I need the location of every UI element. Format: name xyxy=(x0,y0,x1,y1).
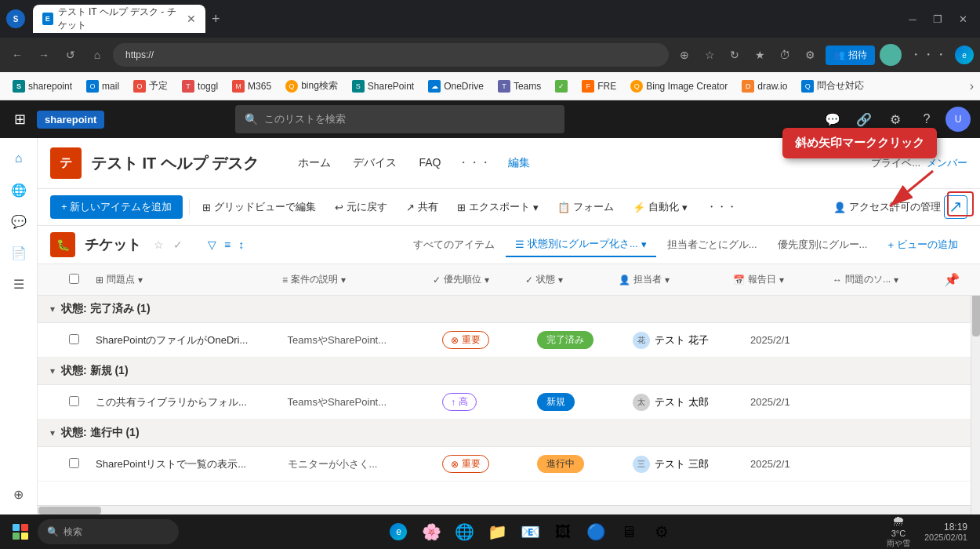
add-view-button[interactable]: + ビューの追加 xyxy=(878,233,967,256)
row-checkbox-3[interactable] xyxy=(69,458,79,468)
taskbar-app-8[interactable]: ⚙ xyxy=(648,518,676,546)
bookmark-teams[interactable]: T Teams xyxy=(492,77,547,96)
col-header-source[interactable]: ↔ 問題のソ... ▾ xyxy=(829,267,944,293)
nav-device[interactable]: デバイス xyxy=(342,150,408,176)
add-new-item-button[interactable]: + 新しいアイテムを追加 xyxy=(50,195,183,219)
nav-more-button[interactable]: ・・・ xyxy=(452,150,497,176)
bookmark-sharepoint2[interactable]: S SharePoint xyxy=(346,77,420,96)
refresh-button[interactable]: ↺ xyxy=(60,44,82,66)
col-header-title[interactable]: ⊞ 問題点 ▾ xyxy=(93,267,279,293)
cell-title-1[interactable]: SharePointのファイルがOneDri... xyxy=(93,327,285,354)
taskbar-app-edge[interactable]: e xyxy=(384,518,412,546)
col-header-assignee[interactable]: 👤 担当者 ▾ xyxy=(615,267,730,293)
list-info-icon[interactable]: ✓ xyxy=(173,238,183,251)
col-header-date[interactable]: 📅 報告日 ▾ xyxy=(730,267,830,293)
history-icon[interactable]: ⏱ xyxy=(774,44,796,66)
active-tab[interactable]: E テスト IT ヘルプ デスク - チケット ✕ xyxy=(33,5,205,33)
global-search[interactable]: 🔍 このリストを検索 xyxy=(235,105,564,133)
col-header-desc[interactable]: ≡ 案件の説明 ▾ xyxy=(279,267,430,293)
bookmark-bing[interactable]: Q bing検索 xyxy=(279,76,344,96)
taskbar-app-1[interactable]: 🌸 xyxy=(417,518,445,546)
forward-button[interactable]: → xyxy=(33,44,55,66)
bookmark-calendar[interactable]: O 予定 xyxy=(127,76,174,96)
grid-edit-button[interactable]: ⊞ グリッドビューで編集 xyxy=(196,197,322,217)
favorite-star-icon[interactable]: ☆ xyxy=(154,238,164,251)
more-options-button[interactable]: ・・・ xyxy=(906,47,950,64)
group-row-done[interactable]: ▾ 状態: 完了済み (1) xyxy=(38,296,980,323)
user-avatar[interactable]: U xyxy=(946,107,971,132)
col-header-priority[interactable]: ✓ 優先順位 ▾ xyxy=(430,267,522,293)
group-row-progress[interactable]: ▾ 状態: 進行中 (1) xyxy=(38,420,980,447)
sidebar-doc-icon[interactable]: 📄 xyxy=(5,238,33,267)
bookmark-icon[interactable]: ☆ xyxy=(699,44,720,66)
bookmark-onedrive[interactable]: ☁ OneDrive xyxy=(422,77,490,96)
taskbar-search[interactable]: 🔍 検索 xyxy=(38,519,179,544)
maximize-button[interactable]: ❐ xyxy=(927,8,949,30)
sharepoint-brand[interactable]: sharepoint xyxy=(37,111,104,129)
more-actions-button[interactable]: ・・・ xyxy=(700,197,743,217)
favorites-icon[interactable]: ★ xyxy=(749,44,771,66)
new-tab-button[interactable]: + xyxy=(212,11,220,27)
taskbar-clock[interactable]: 18:19 2025/02/01 xyxy=(918,522,974,542)
view-by-status[interactable]: ☰ 状態別にグループ化さ... ▾ xyxy=(506,232,656,257)
group-row-new[interactable]: ▾ 状態: 新規 (1) xyxy=(38,358,980,385)
sort-icon[interactable]: ↕ xyxy=(235,235,247,254)
table-row[interactable]: この共有ライブラリからフォル... TeamsやSharePoint... ↑ … xyxy=(38,385,980,420)
reader-mode-icon[interactable]: ⊕ xyxy=(673,44,695,66)
sidebar-home-icon[interactable]: ⌂ xyxy=(5,144,33,173)
taskbar-app-7[interactable]: 🖥 xyxy=(615,518,643,546)
refresh-page-icon[interactable]: ↻ xyxy=(724,44,746,66)
bookmark-fre[interactable]: F FRE xyxy=(575,77,622,96)
home-button[interactable]: ⌂ xyxy=(86,44,108,66)
close-button[interactable]: ✕ xyxy=(952,8,974,30)
tab-close-button[interactable]: ✕ xyxy=(187,13,196,25)
taskbar-app-4[interactable]: 📧 xyxy=(516,518,544,546)
bookmarks-more-button[interactable]: › xyxy=(970,79,974,93)
bookmark-mail[interactable]: O mail xyxy=(80,77,125,96)
minimize-button[interactable]: ─ xyxy=(902,8,924,30)
back-button[interactable]: ← xyxy=(6,44,28,66)
scrollbar-thumb[interactable] xyxy=(972,289,980,336)
bookmark-bing-image[interactable]: Q Bing Image Creator xyxy=(624,77,734,96)
view-all-items[interactable]: すべてのアイテム xyxy=(404,233,504,256)
undo-button[interactable]: ↩ 元に戻す xyxy=(328,197,394,217)
table-row[interactable]: SharePointのファイルがOneDri... TeamsやSharePoi… xyxy=(38,323,980,358)
nav-faq[interactable]: FAQ xyxy=(408,150,452,176)
nav-home[interactable]: ホーム xyxy=(287,150,342,176)
taskbar-app-2[interactable]: 🌐 xyxy=(450,518,478,546)
bookmark-drawio[interactable]: D draw.io xyxy=(735,77,793,96)
col-header-status[interactable]: ✓ 状態 ▾ xyxy=(522,267,615,293)
share-button[interactable]: ↗ 共有 xyxy=(400,197,445,217)
group-icon[interactable]: ≡ xyxy=(221,235,234,254)
bookmark-m365[interactable]: M M365 xyxy=(226,77,278,96)
cell-title-3[interactable]: SharePointリストで一覧の表示... xyxy=(93,451,285,478)
bookmark-sharepoint[interactable]: S sharepoint xyxy=(6,77,78,96)
start-button[interactable] xyxy=(6,518,34,546)
sidebar-add-icon[interactable]: ⊕ xyxy=(5,480,33,508)
table-row[interactable]: SharePointリストで一覧の表示... モニターが小さく... ⊗ 重要 … xyxy=(38,447,980,482)
hscrollbar-thumb[interactable] xyxy=(38,507,101,514)
sidebar-chat-icon[interactable]: 💬 xyxy=(5,207,33,235)
form-button[interactable]: 📋 フォーム xyxy=(551,197,620,217)
row-checkbox-2[interactable] xyxy=(69,396,79,406)
view-by-assignee[interactable]: 担当者ごとにグル... xyxy=(658,233,767,256)
bookmark-checkmark[interactable]: ✓ xyxy=(549,77,574,96)
sidebar-globe-icon[interactable]: 🌐 xyxy=(5,176,33,204)
profile-avatar[interactable] xyxy=(880,44,902,66)
export-button[interactable]: ⊞ エクスポート ▾ xyxy=(451,197,545,217)
address-input[interactable] xyxy=(113,43,669,67)
bookmark-toggl[interactable]: T toggl xyxy=(176,77,224,96)
view-by-priority[interactable]: 優先度別にグルー... xyxy=(768,233,877,256)
settings-icon[interactable]: ⚙ xyxy=(799,44,821,66)
filter-icon[interactable]: ▽ xyxy=(205,235,220,254)
nav-edit-button[interactable]: 編集 xyxy=(497,150,541,176)
invite-button[interactable]: 👥 招待 xyxy=(826,45,875,65)
select-all-checkbox[interactable] xyxy=(69,274,79,284)
sidebar-list-icon[interactable]: ☰ xyxy=(5,270,33,298)
automate-button[interactable]: ⚡ 自動化 ▾ xyxy=(626,197,694,217)
row-checkbox[interactable] xyxy=(69,334,79,344)
bookmark-inquiry[interactable]: Q 問合せ対応 xyxy=(795,76,870,96)
cell-title-2[interactable]: この共有ライブラリからフォル... xyxy=(93,389,285,416)
waffle-menu-button[interactable]: ⊞ xyxy=(9,106,31,133)
weather-widget[interactable]: 🌨 3°C 雨や雪 xyxy=(882,514,915,549)
